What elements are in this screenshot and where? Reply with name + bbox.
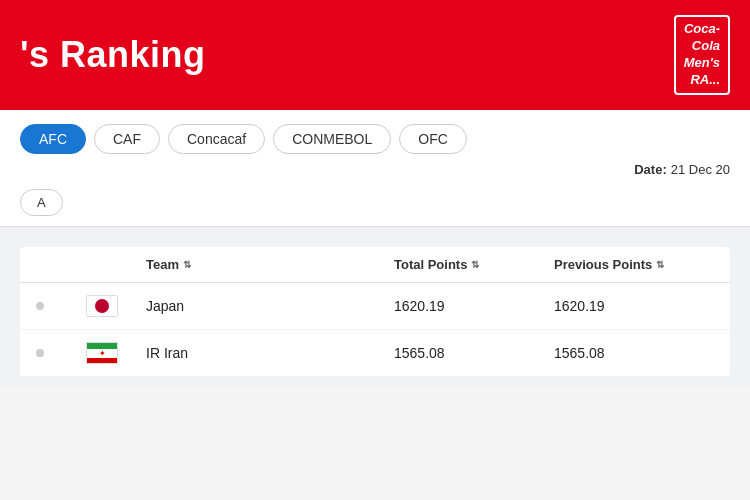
- total-points: 1565.08: [394, 345, 554, 361]
- filter-bar: AFC CAF Concacaf CONMEBOL OFC Date: 21 D…: [0, 110, 750, 227]
- date-label: Date:: [634, 162, 667, 177]
- table-row[interactable]: Japan 1620.19 1620.19: [20, 283, 730, 330]
- rank-indicator: [36, 349, 86, 357]
- team-name: IR Iran: [146, 345, 394, 361]
- main-content: Team ⇅ Total Points ⇅ Previous Points ⇅: [0, 227, 750, 387]
- filter-caf[interactable]: CAF: [94, 124, 160, 154]
- table-header: Team ⇅ Total Points ⇅ Previous Points ⇅: [20, 247, 730, 283]
- flag-cell: [86, 295, 146, 317]
- filter-concacaf[interactable]: Concacaf: [168, 124, 265, 154]
- confederation-filter-row: AFC CAF Concacaf CONMEBOL OFC: [20, 124, 730, 154]
- team-name: Japan: [146, 298, 394, 314]
- ranking-table: Team ⇅ Total Points ⇅ Previous Points ⇅: [20, 247, 730, 377]
- total-points-sort-icon: ⇅: [471, 259, 479, 270]
- prev-points-sort-icon: ⇅: [656, 259, 664, 270]
- previous-points: 1565.08: [554, 345, 714, 361]
- sub-filter-row: A: [20, 181, 730, 226]
- flag-cell: ✦: [86, 342, 146, 364]
- total-points: 1620.19: [394, 298, 554, 314]
- japan-flag: [86, 295, 118, 317]
- iran-flag: ✦: [86, 342, 118, 364]
- filter-conmebol[interactable]: CONMEBOL: [273, 124, 391, 154]
- page-title: 's Ranking: [20, 34, 206, 76]
- col-team[interactable]: Team ⇅: [146, 257, 394, 272]
- date-row: Date: 21 Dec 20: [20, 154, 730, 181]
- filter-afc[interactable]: AFC: [20, 124, 86, 154]
- date-value: 21 Dec 20: [671, 162, 730, 177]
- coca-cola-logo: Coca-ColaMen'sRA...: [674, 15, 730, 95]
- table-row[interactable]: ✦ IR Iran 1565.08 1565.08: [20, 330, 730, 377]
- previous-points: 1620.19: [554, 298, 714, 314]
- rank-indicator: [36, 302, 86, 310]
- team-sort-icon: ⇅: [183, 259, 191, 270]
- col-previous-points[interactable]: Previous Points ⇅: [554, 257, 714, 272]
- col-total-points[interactable]: Total Points ⇅: [394, 257, 554, 272]
- filter-ofc[interactable]: OFC: [399, 124, 467, 154]
- sub-filter-a[interactable]: A: [20, 189, 63, 216]
- page-header: 's Ranking Coca-ColaMen'sRA...: [0, 0, 750, 110]
